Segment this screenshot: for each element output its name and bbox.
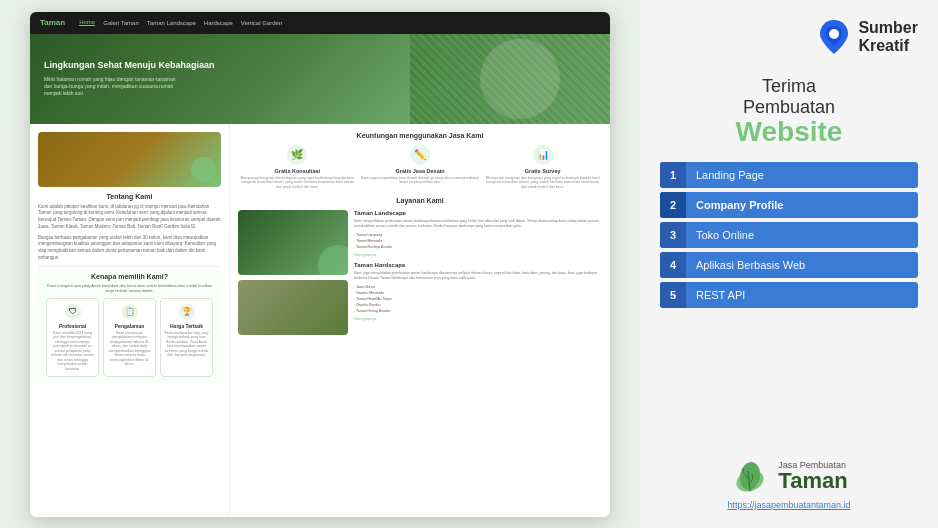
mock-nav-item-vertical: Vertical Garden	[241, 20, 282, 26]
mock-hero-text: Lingkungan Sehat Menuju Kebahagiaan Mili…	[44, 60, 215, 97]
service-label-company: Company Profile	[686, 199, 793, 211]
mock-service-hardscape-link: Selengkapnya	[354, 317, 602, 321]
website-mockup: Taman Home Galeri Taman Taman Landscape …	[30, 12, 610, 517]
mock-services-area: Taman Landscape Kami menyediakan pembuat…	[238, 210, 602, 335]
mock-service-landscape-link: Selengkapnya	[354, 253, 602, 257]
mock-service-images	[238, 210, 348, 335]
mock-nav-item-home: Home	[79, 19, 95, 26]
mock-service-landscape-list: Taman Lampung Taman Minimalis Taman Roof…	[354, 232, 602, 250]
mock-benefit-text-survey: Mempunyai keinginan dan keinginan yang i…	[483, 176, 602, 190]
mock-card-text-price: Kami menawarkan tiga yang terjaga terbai…	[164, 331, 209, 358]
mock-card-title-price: Harga Terbaik	[164, 323, 209, 329]
mock-hero-circle	[480, 39, 560, 119]
mock-why-section: Kenapa memilih Kami? Kami mengerti apa y…	[38, 266, 221, 384]
mock-left-column: Tentang Kami Kami adalah pelopor keahlia…	[30, 124, 230, 517]
brand-taman-text: Taman	[778, 470, 847, 492]
service-num-5: 5	[660, 282, 686, 308]
mock-about-para2: Bangsa berbasis pengalaman yang sudah le…	[38, 235, 221, 262]
service-label-landing: Landing Page	[686, 169, 774, 181]
mock-card-professional: 🛡 Profesional Kami memiliki 2024 yang pr…	[46, 298, 99, 378]
service-num-3: 3	[660, 222, 686, 248]
mock-why-title: Kenapa memilih Kami?	[46, 273, 213, 280]
mock-service-landscape-title: Taman Landscape	[354, 210, 602, 216]
service-num-4: 4	[660, 252, 686, 278]
mock-hero-title: Lingkungan Sehat Menuju Kebahagiaan	[44, 60, 215, 72]
mock-hero: Lingkungan Sehat Menuju Kebahagiaan Mili…	[30, 34, 610, 124]
mock-benefit-konsultasi: 🌿 Gratis Konsultasi Mempunyai keinginan …	[238, 145, 357, 190]
sumber-kreatif-logo-icon	[818, 18, 850, 56]
mock-benefit-survey: 📊 Gratis Survey Mempunyai keinginan dan …	[483, 145, 602, 190]
service-item-landing: 1 Landing Page	[660, 162, 918, 188]
mock-benefit-title-survey: Gratis Survey	[483, 168, 602, 174]
logo-area: Sumber Kreatif	[818, 18, 918, 56]
mock-service-hardscape-text: Kami juga menyediakan pembuatan taman ha…	[354, 271, 602, 281]
headline-pembuatan: Pembuatan	[736, 97, 843, 118]
mock-about-para1: Kami adalah pelopor keahlian kami, di ta…	[38, 204, 221, 231]
mock-service-hardscape-title: Taman Hardscape	[354, 262, 602, 268]
mock-card-title-professional: Profesional	[50, 323, 95, 329]
brand-url: https://jasapembuatantaman.id	[727, 500, 850, 510]
mock-about-title: Tentang Kami	[38, 193, 221, 200]
service-label-toko: Toko Online	[686, 229, 764, 241]
logo-top-text: Sumber	[858, 19, 918, 37]
mock-hero-subtitle: Miliki halaman rumah yang hijau dengan t…	[44, 76, 184, 97]
mock-service-hardscape-list: Jasa Ukiran Gazebo Minimalis Taman Retai…	[354, 284, 602, 314]
service-item-toko: 3 Toko Online	[660, 222, 918, 248]
mock-nav-item-landscape: Taman Landscape	[147, 20, 196, 26]
mock-benefit-title-konsultasi: Gratis Konsultasi	[238, 168, 357, 174]
mock-benefits-row: 🌿 Gratis Konsultasi Mempunyai keinginan …	[238, 145, 602, 190]
mock-services-title: Layanan Kami	[238, 197, 602, 204]
mock-benefit-title-desain: Gratis Jasa Desain	[361, 168, 480, 174]
mock-card-icon-price: 🏆	[179, 304, 195, 320]
mock-card-icon-experience: 📋	[122, 304, 138, 320]
right-panel: Sumber Kreatif Terima Pembuatan Website …	[640, 0, 938, 528]
service-label-api: REST API	[686, 289, 755, 301]
mock-card-icon-professional: 🛡	[65, 304, 81, 320]
service-item-company: 2 Company Profile	[660, 192, 918, 218]
mock-benefit-icon-survey: 📊	[533, 145, 553, 165]
service-num-1: 1	[660, 162, 686, 188]
mock-nav-logo: Taman	[40, 18, 65, 27]
mock-nav-item-galeri: Galeri Taman	[103, 20, 139, 26]
headline-terima: Terima	[736, 76, 843, 97]
mock-card-text-professional: Kami memiliki 2024 yang prof dan berpeng…	[50, 331, 95, 372]
mock-benefit-icon-desain: ✏️	[410, 145, 430, 165]
mock-benefit-text-desain: Kami juga menyediakan jasa desain dimana…	[361, 176, 480, 185]
mock-service-photo-landscape	[238, 210, 348, 275]
logo-text: Sumber Kreatif	[858, 19, 918, 54]
mock-service-list-item: Taman Hering Boudia	[354, 308, 602, 314]
mock-service-list-item: Taman Rooftop Boudia	[354, 244, 602, 250]
mock-card-experience: 📋 Pengalaman Kami mempunyai pengalaman m…	[103, 298, 156, 378]
mock-card-title-experience: Pengalaman	[107, 323, 152, 329]
service-item-api: 5 REST API	[660, 282, 918, 308]
headline-area: Terima Pembuatan Website	[736, 76, 843, 146]
mock-benefit-icon-konsultasi: 🌿	[287, 145, 307, 165]
mock-benefit-desain: ✏️ Gratis Jasa Desain Kami juga menyedia…	[361, 145, 480, 190]
mock-why-subtitle: Kami mengerti apa yang Anda butuhkan dan…	[46, 283, 213, 293]
mock-main-content: Tentang Kami Kami adalah pelopor keahlia…	[30, 124, 610, 517]
mock-right-column: Keuntungan menggunakan Jasa Kami 🌿 Grati…	[230, 124, 610, 517]
service-item-aplikasi: 4 Aplikasi Berbasis Web	[660, 252, 918, 278]
mock-service-landscape-text: Kami menyediakan pembuatan taman landsca…	[354, 219, 602, 229]
mock-why-cards: 🛡 Profesional Kami memiliki 2024 yang pr…	[46, 298, 213, 378]
mock-service-details: Taman Landscape Kami menyediakan pembuat…	[354, 210, 602, 335]
mock-service-photo-hardscape	[238, 280, 348, 335]
mock-card-text-experience: Kami mempunyai pengalaman melayani penja…	[107, 331, 152, 367]
mockup-area: Taman Home Galeri Taman Taman Landscape …	[0, 0, 640, 528]
brand-logo-area: Jasa Pembuatan Taman	[730, 456, 847, 496]
bottom-brand: Jasa Pembuatan Taman https://jasapembuat…	[727, 456, 850, 510]
mock-about-image	[38, 132, 221, 187]
headline-website: Website	[736, 118, 843, 146]
mock-two-col: Tentang Kami Kami adalah pelopor keahlia…	[30, 124, 610, 517]
brand-leaf-icon	[730, 456, 770, 496]
mock-benefit-text-konsultasi: Mempunyai keinginan dan keinginan yang i…	[238, 176, 357, 190]
mock-card-price: 🏆 Harga Terbaik Kami menawarkan tiga yan…	[160, 298, 213, 378]
mock-benefits-title: Keuntungan menggunakan Jasa Kami	[238, 132, 602, 139]
service-list: 1 Landing Page 2 Company Profile 3 Toko …	[660, 162, 918, 308]
service-label-aplikasi: Aplikasi Berbasis Web	[686, 259, 815, 271]
mock-nav-item-hardscape: Hardscape	[204, 20, 233, 26]
mock-navbar: Taman Home Galeri Taman Taman Landscape …	[30, 12, 610, 34]
service-num-2: 2	[660, 192, 686, 218]
svg-point-0	[829, 29, 839, 39]
logo-bottom-text: Kreatif	[858, 37, 918, 55]
